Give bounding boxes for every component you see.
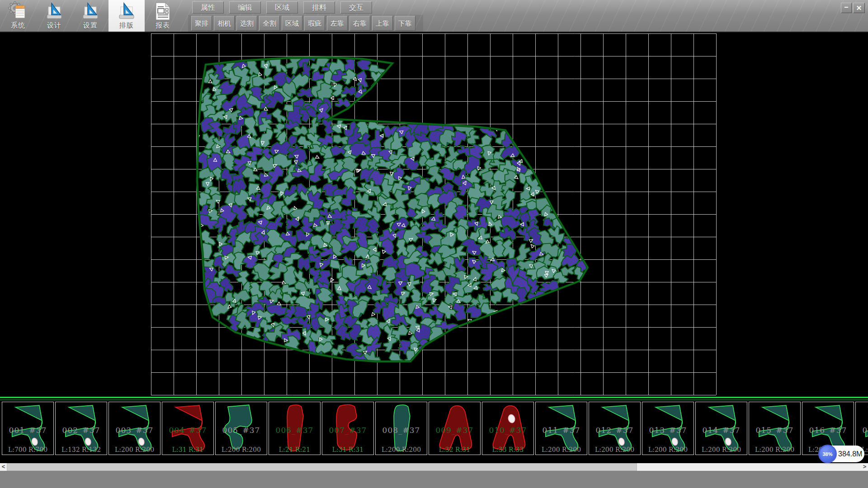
piece-label: 015_#37 bbox=[749, 426, 800, 435]
tab-settings-label: 设置 bbox=[72, 21, 108, 30]
piece-label: 010_#37 bbox=[482, 426, 533, 435]
piece-lr-label: L:200 R:200 bbox=[109, 446, 160, 453]
nesting-canvas-area[interactable] bbox=[0, 33, 868, 397]
menu-properties[interactable]: 属性 bbox=[192, 1, 224, 14]
piece-lr-label: L:200 R:200 bbox=[696, 446, 747, 453]
scroll-right-arrow-icon[interactable]: > bbox=[861, 463, 868, 471]
piece-tile[interactable]: 013_#37L:200 R:200 bbox=[642, 402, 694, 455]
tab-layout-active[interactable]: 排版 bbox=[108, 0, 145, 32]
piece-lr-label: L:200 R:200 bbox=[589, 446, 640, 453]
piece-tile[interactable]: 006_#37L:21 R:21 bbox=[269, 402, 321, 455]
tool-align-left[interactable]: 左靠 bbox=[327, 16, 348, 31]
piece-thumbnail-strip: 001_#37L:700 R:700002_#37L:132 R:132003_… bbox=[0, 397, 868, 463]
horizontal-scrollbar[interactable]: < > bbox=[0, 463, 868, 471]
piece-label: 005_#37 bbox=[216, 426, 267, 435]
piece-label: 004_#37 bbox=[162, 426, 213, 435]
tab-design-label: 设计 bbox=[36, 21, 72, 30]
menu-edit[interactable]: 编辑 bbox=[229, 1, 261, 14]
nesting-scene-canvas[interactable] bbox=[0, 33, 868, 397]
memory-usage-label: 384.8M bbox=[838, 446, 862, 462]
triangle-ruler-icon bbox=[80, 1, 100, 21]
scroll-left-arrow-icon[interactable]: < bbox=[0, 463, 7, 471]
piece-label: 013_#37 bbox=[642, 426, 693, 435]
tool-select-cut[interactable]: 选割 bbox=[236, 16, 257, 31]
piece-lr-label: L:33 R:33 bbox=[482, 446, 533, 453]
piece-tile[interactable]: 009_#37L:32 R:31 bbox=[429, 402, 481, 455]
piece-label: 007_#37 bbox=[322, 426, 373, 435]
piece-label: 003_#37 bbox=[109, 426, 160, 435]
ribbon-toolbar: 系统 设计 设置 bbox=[0, 0, 868, 33]
piece-tile[interactable]: 004_#37L:31 R:31 bbox=[162, 402, 214, 455]
piece-tile[interactable]: 014_#37L:200 R:200 bbox=[695, 402, 747, 455]
piece-lr-label: L:200 R:200 bbox=[536, 446, 587, 453]
scrollbar-thumb[interactable] bbox=[7, 463, 637, 471]
piece-label: 014_#37 bbox=[696, 426, 747, 435]
piece-label: 016_#37 bbox=[802, 426, 854, 435]
memory-badge: 38% 384.8M bbox=[819, 446, 864, 462]
tab-report[interactable]: 报表 bbox=[145, 0, 181, 32]
nesting-app-window: 系统 设计 设置 bbox=[0, 0, 868, 488]
tab-design[interactable]: 设计 bbox=[36, 0, 72, 32]
piece-tile[interactable]: 011_#37L:200 R:200 bbox=[535, 402, 587, 455]
piece-tile[interactable]: 010_#37L:33 R:33 bbox=[482, 402, 534, 455]
tool-camera[interactable]: 相机 bbox=[214, 16, 235, 31]
piece-lr-label: L:31 R:31 bbox=[162, 446, 213, 453]
piece-tile[interactable]: 015_#37L:200 R:200 bbox=[749, 402, 801, 455]
piece-lr-label: L:200 R:200 bbox=[376, 446, 427, 453]
tab-system-label: 系统 bbox=[0, 21, 36, 30]
piece-lr-label: L:31 R:31 bbox=[322, 446, 373, 453]
tool-align-top[interactable]: 上靠 bbox=[372, 16, 393, 31]
menu-region[interactable]: 区域 bbox=[266, 1, 298, 14]
piece-label: 001_#37 bbox=[2, 426, 53, 435]
tool-cluster-nest[interactable]: 聚排 bbox=[191, 16, 212, 31]
piece-lr-label: L:200 R:200 bbox=[642, 446, 693, 453]
piece-lr-label: L:21 R:21 bbox=[269, 446, 320, 453]
piece-lr-label: L:700 R:700 bbox=[2, 446, 53, 453]
report-document-icon bbox=[153, 1, 173, 21]
tool-defect[interactable]: 瑕疵 bbox=[304, 16, 325, 31]
minimize-button[interactable]: – bbox=[841, 3, 852, 13]
tab-system[interactable]: 系统 bbox=[0, 0, 36, 32]
piece-tile[interactable]: 012_#37L:200 R:200 bbox=[589, 402, 641, 455]
piece-lr-label: L:200 R:200 bbox=[216, 446, 267, 453]
piece-tile[interactable]: 008_#37L:200 R:200 bbox=[375, 402, 427, 455]
tool-cut-all[interactable]: 全割 bbox=[259, 16, 280, 31]
piece-tile[interactable]: 002_#37L:132 R:132 bbox=[55, 402, 107, 455]
tool-region[interactable]: 区域 bbox=[282, 16, 302, 31]
close-button[interactable]: ✕ bbox=[853, 3, 865, 13]
tab-report-label: 报表 bbox=[145, 21, 181, 30]
tab-layout-label: 排版 bbox=[108, 21, 145, 30]
triangle-ruler-icon bbox=[117, 1, 137, 21]
piece-label: 009_#37 bbox=[429, 426, 480, 435]
menu-nesting[interactable]: 排料 bbox=[303, 1, 335, 14]
status-bar bbox=[0, 471, 868, 488]
piece-tile[interactable]: 005_#37L:200 R:200 bbox=[215, 402, 267, 455]
piece-lr-label: L:32 R:31 bbox=[429, 446, 480, 453]
tool-align-right[interactable]: 右靠 bbox=[349, 16, 370, 31]
piece-tile[interactable]: 001_#37L:700 R:700 bbox=[2, 402, 54, 455]
piece-label: 006_#37 bbox=[269, 426, 320, 435]
progress-percent-badge: 38% bbox=[818, 445, 837, 463]
piece-label: 011_#37 bbox=[536, 426, 587, 435]
piece-tile[interactable]: 007_#37L:31 R:31 bbox=[322, 402, 374, 455]
tab-settings[interactable]: 设置 bbox=[72, 0, 108, 32]
triangle-ruler-icon bbox=[44, 1, 64, 21]
piece-label: 002_#37 bbox=[56, 426, 107, 435]
piece-label: 017_#37 bbox=[856, 426, 868, 435]
menu-interaction[interactable]: 交互 bbox=[340, 1, 372, 14]
tool-align-bottom[interactable]: 下靠 bbox=[395, 16, 415, 31]
piece-lr-label: L:132 R:132 bbox=[56, 446, 107, 453]
piece-tile[interactable]: 003_#37L:200 R:200 bbox=[108, 402, 160, 455]
system-gear-notebook-icon bbox=[8, 1, 28, 21]
piece-label: 008_#37 bbox=[376, 426, 427, 435]
piece-label: 012_#37 bbox=[589, 426, 640, 435]
piece-lr-label: L:200 R:200 bbox=[749, 446, 800, 453]
